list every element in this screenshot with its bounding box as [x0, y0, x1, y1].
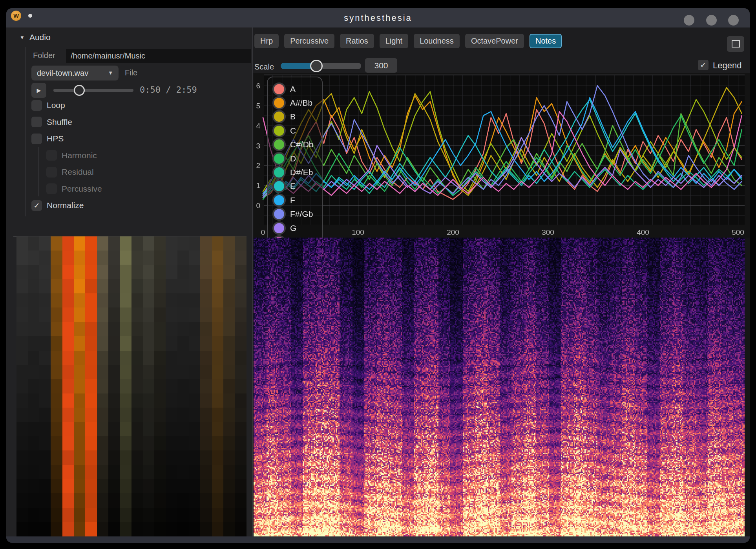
- file-dropdown[interactable]: devil-town.wav ▼: [31, 66, 119, 81]
- legend-label: A: [290, 84, 296, 94]
- checkbox-label-normalize: Normalize: [47, 201, 84, 210]
- checkbox-row-normalize[interactable]: ✓Normalize: [31, 197, 236, 214]
- play-icon: ▶: [37, 87, 41, 93]
- checkbox-row-hps[interactable]: HPS: [31, 130, 236, 147]
- legend-swatch-icon: [272, 82, 286, 96]
- popout-button[interactable]: [727, 36, 744, 52]
- legend-item-G#/Ab: G#/Ab: [272, 235, 322, 238]
- window-title: synthesthesia: [6, 8, 750, 27]
- folder-label: Folder: [33, 51, 55, 60]
- tab-notes[interactable]: Notes: [530, 34, 562, 48]
- window-footer: [6, 536, 750, 543]
- notes-chart-canvas: [254, 73, 745, 238]
- notes-chart-section: AA#/BbBCC#/DbDD#/EbEFF#/GbGG#/Ab: [254, 73, 750, 238]
- legend-item-A: A: [272, 82, 322, 96]
- legend-item-D: D: [272, 152, 322, 165]
- scale-slider-handle[interactable]: [310, 60, 323, 72]
- checkbox-label-harmonic: Harmonic: [62, 151, 97, 160]
- app-window: W synthesthesia ▼Audio Folder devil-town…: [6, 8, 750, 543]
- checkbox-loop[interactable]: [31, 100, 42, 111]
- checkbox-hps[interactable]: [31, 134, 42, 144]
- legend-swatch-icon: [272, 152, 286, 165]
- legend-swatch-icon: [272, 110, 286, 123]
- checkbox-label-percussive: Percussive: [62, 184, 102, 194]
- legend-swatch-icon: [272, 124, 286, 137]
- chevron-down-icon: ▼: [108, 66, 113, 81]
- legend-label: C#/Db: [290, 140, 314, 149]
- legend-swatch-icon: [272, 207, 286, 221]
- checkbox-label-shuffle: Shuffle: [47, 117, 72, 127]
- legend-swatch-icon: [272, 194, 286, 207]
- seek-slider-handle[interactable]: [74, 85, 85, 96]
- folder-input[interactable]: [66, 49, 251, 63]
- scale-label: Scale: [254, 62, 274, 71]
- legend-item-B: B: [272, 110, 322, 124]
- checkbox-label-residual: Residual: [62, 167, 94, 177]
- checkbox-row-shuffle[interactable]: Shuffle: [31, 114, 236, 131]
- tab-ratios[interactable]: Ratios: [340, 34, 374, 48]
- legend-label: D#/Eb: [290, 168, 313, 177]
- title-bar: W synthesthesia: [6, 8, 750, 27]
- playback-time: 0:50 / 2:59: [140, 85, 197, 95]
- sub-indent-guide: [38, 147, 39, 196]
- checkbox-row-percussive[interactable]: Percussive: [31, 181, 236, 198]
- checkbox-label-hps: HPS: [47, 134, 64, 143]
- checkbox-shuffle[interactable]: [31, 117, 42, 127]
- legend-label: A#/Bb: [290, 98, 312, 108]
- legend-item-C#/Db: C#/Db: [272, 138, 322, 152]
- tab-light[interactable]: Light: [380, 34, 408, 48]
- legend-label: F#/Gb: [290, 209, 313, 219]
- window-maximize-button[interactable]: [706, 15, 717, 26]
- panel-divider: [252, 27, 253, 536]
- legend-label: D: [290, 154, 296, 163]
- window-close-button[interactable]: [728, 15, 739, 26]
- tab-bar: HrpPercussiveRatiosLightLoudnessOctavePo…: [254, 34, 562, 48]
- checkbox-percussive[interactable]: [46, 183, 57, 194]
- play-button[interactable]: ▶: [31, 83, 46, 98]
- seek-slider-track[interactable]: [53, 89, 133, 92]
- legend-item-D#/Eb: D#/Eb: [272, 165, 322, 179]
- main-spectrogram-canvas: [254, 238, 745, 536]
- square-icon: [732, 40, 740, 48]
- legend-checkbox[interactable]: ✓: [698, 60, 709, 70]
- tab-loudness[interactable]: Loudness: [414, 34, 460, 48]
- chart-legend: AA#/BbBCC#/DbDD#/EbEFF#/GbGG#/Ab: [267, 77, 323, 238]
- legend-swatch-icon: [272, 166, 286, 179]
- note-spectrogram-canvas: [16, 236, 247, 536]
- checkbox-row-harmonic[interactable]: Harmonic: [31, 147, 236, 164]
- audio-section-header[interactable]: ▼Audio: [20, 33, 51, 42]
- legend-label: F: [290, 196, 295, 205]
- collapse-triangle-icon: ▼: [20, 35, 25, 40]
- audio-panel: ▼Audio Folder devil-town.wav ▼ File ▶ 0:…: [6, 27, 252, 536]
- legend-swatch-icon: [272, 138, 286, 151]
- legend-item-G: G: [272, 221, 322, 235]
- indent-guide: [25, 47, 26, 216]
- legend-swatch-icon: [272, 96, 286, 110]
- legend-swatch-icon: [272, 179, 286, 193]
- checkbox-normalize[interactable]: ✓: [31, 200, 42, 211]
- tab-hrp[interactable]: Hrp: [254, 34, 279, 48]
- legend-item-F#/Gb: F#/Gb: [272, 207, 322, 221]
- legend-item-E: E: [272, 179, 322, 193]
- file-label: File: [125, 68, 137, 77]
- file-dropdown-value: devil-town.wav: [37, 69, 88, 77]
- checkbox-harmonic[interactable]: [46, 150, 57, 161]
- checkbox-row-loop[interactable]: Loop: [31, 97, 236, 114]
- scale-value[interactable]: 300: [365, 58, 397, 73]
- window-minimize-button[interactable]: [684, 15, 694, 26]
- legend-checkbox-label: Legend: [713, 60, 741, 71]
- legend-label: C: [290, 126, 296, 135]
- legend-item-A#/Bb: A#/Bb: [272, 96, 322, 110]
- tab-percussive[interactable]: Percussive: [284, 34, 334, 48]
- checkbox-row-residual[interactable]: Residual: [31, 164, 236, 181]
- checkbox-residual[interactable]: [46, 167, 57, 178]
- checkbox-label-loop: Loop: [47, 101, 65, 110]
- legend-label: G: [290, 223, 296, 233]
- tab-octavepower[interactable]: OctavePower: [465, 34, 524, 48]
- legend-item-F: F: [272, 193, 322, 207]
- legend-item-C: C: [272, 124, 322, 137]
- legend-label: B: [290, 112, 296, 121]
- legend-label: E: [290, 181, 296, 191]
- audio-checkbox-list: LoopShuffleHPSHarmonicResidualPercussive…: [31, 97, 236, 214]
- audio-section-label: Audio: [29, 33, 51, 42]
